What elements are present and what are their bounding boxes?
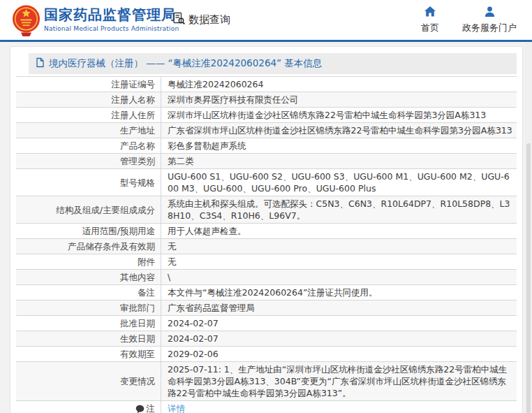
row-value: UGU-600 S1、UGU-600 S2、UGU-600 S3、UGU-600… <box>161 169 517 196</box>
breadcrumb-text: 境内医疗器械（注册） —— “粤械注准20242060264” 基本信息 <box>49 57 322 70</box>
row-label: 型号规格 <box>16 169 161 196</box>
info-table: 注册证编号粤械注准20242060264注册人名称深圳市奥昇医疗科技有限责任公司… <box>16 76 517 413</box>
row-label: 其他内容 <box>16 270 161 284</box>
row-value: 2029-02-06 <box>161 347 517 361</box>
national-emblem-logo[interactable] <box>12 4 40 40</box>
agency-title-block[interactable]: 国家药品监督管理局 National Medical Products Admi… <box>44 6 179 32</box>
row-label-text: 注 <box>147 403 156 413</box>
table-row: 注册证编号粤械注准20242060264 <box>16 76 517 92</box>
row-value: 粤械注准20242060264 <box>161 77 517 92</box>
row-value: 2024-02-07 <box>161 316 517 331</box>
row-label-text: 产品名称 <box>120 140 155 152</box>
row-label-text: 其他内容 <box>120 271 155 283</box>
row-label: 产品储存条件及有效期 <box>16 239 161 254</box>
row-label-text: 注册人名称 <box>112 94 156 106</box>
data-query-button[interactable]: 数据查询 <box>172 12 230 28</box>
row-value: \ <box>161 270 517 284</box>
site-header: 国家药品监督管理局 National Medical Products Admi… <box>0 0 532 40</box>
row-label: 适用范围/预期用途 <box>16 224 161 238</box>
row-value: 广东省深圳市坪山区坑梓街道金沙社区锦绣东路22号雷柏中城生命科学园第3分园A栋3… <box>161 123 517 138</box>
table-row: 产品名称彩色多普勒超声系统 <box>16 138 517 153</box>
row-label-text: 审批部门 <box>120 302 155 314</box>
row-label-text: 变更情况 <box>120 375 155 387</box>
table-row: 有效期至2029-02-06 <box>16 346 517 361</box>
row-label: 注 <box>16 401 161 413</box>
row-label-text: 产品储存条件及有效期 <box>68 240 155 252</box>
scrollbar-thumb[interactable] <box>526 143 531 413</box>
details-link[interactable]: 详情 <box>168 403 185 413</box>
row-label-text: 型号规格 <box>120 177 155 189</box>
row-value: 广东省药品监督管理局 <box>161 300 517 315</box>
row-label-text: 结构及组成/主要组成成分 <box>56 204 155 216</box>
table-row: 备注本文件与“粤械注准20242060264”注册证共同使用。 <box>16 284 517 300</box>
table-row: 产品储存条件及有效期无 <box>16 238 517 254</box>
table-row: 审批部门广东省药品监督管理局 <box>16 300 517 315</box>
row-label-text: 生产地址 <box>120 124 155 136</box>
row-label-text: 生效日期 <box>120 333 155 345</box>
row-label: 变更情况 <box>16 362 161 400</box>
row-label: 生产地址 <box>16 123 161 138</box>
table-row: 适用范围/预期用途用于人体超声检查。 <box>16 223 517 238</box>
table-row: 结构及组成/主要组成成分系统由主机和探头组成。可选配探头：C5N3、C6N3、R… <box>16 196 517 223</box>
row-label-text: 备注 <box>138 287 155 298</box>
row-value: 2025-07-11: 1、生产地址由“深圳市坪山区坑梓街道金沙社区锦绣东路22… <box>161 362 517 400</box>
row-value: 2024-02-07 <box>161 331 517 346</box>
table-row: 生产地址广东省深圳市坪山区坑梓街道金沙社区锦绣东路22号雷柏中城生命科学园第3分… <box>16 122 517 138</box>
table-row: 批准日期2024-02-07 <box>16 315 517 331</box>
row-label: 有效期至 <box>16 347 161 361</box>
header-divider <box>0 40 532 42</box>
table-row: 变更情况2025-07-11: 1、生产地址由“深圳市坪山区坑梓街道金沙社区锦绣… <box>16 361 517 400</box>
row-label: 备注 <box>16 285 161 300</box>
row-label-text: 注册证编号 <box>112 78 156 90</box>
scrollbar-track[interactable] <box>525 42 532 413</box>
table-row: 其他内容\ <box>16 269 517 284</box>
row-label: 注册人名称 <box>16 92 161 107</box>
row-label: 批准日期 <box>16 316 161 331</box>
table-row: 生效日期2024-02-07 <box>16 331 517 346</box>
row-label-text: 附件 <box>138 256 155 268</box>
row-value: 深圳市奥昇医疗科技有限责任公司 <box>161 92 517 107</box>
document-icon <box>36 57 45 70</box>
table-row: 注册人住所深圳市坪山区坑梓街道金沙社区锦绣东路22号雷柏中城生命科学园第3分园A… <box>16 107 517 122</box>
row-label-text: 有效期至 <box>120 348 155 360</box>
row-label: 注册证编号 <box>16 77 161 92</box>
table-row: 管理类别第二类 <box>16 153 517 168</box>
row-value: 彩色多普勒超声系统 <box>161 138 517 153</box>
row-value: 无 <box>161 239 517 254</box>
row-label: 注册人住所 <box>16 108 161 122</box>
row-value: 用于人体超声检查。 <box>161 224 517 238</box>
row-value: 详情 <box>161 401 517 413</box>
row-label: 产品名称 <box>16 138 161 153</box>
agency-name-en: National Medical Products Administration <box>44 25 179 32</box>
nav-item-label: 首页 <box>421 22 439 34</box>
home-icon <box>424 6 436 19</box>
content-panel: 境内医疗器械（注册） —— “粤械注准20242060264” 基本信息 注册证… <box>10 46 523 413</box>
row-value: 本文件与“粤械注准20242060264”注册证共同使用。 <box>161 285 517 300</box>
row-label: 结构及组成/主要组成成分 <box>16 196 161 223</box>
table-row: 注册人名称深圳市奥昇医疗科技有限责任公司 <box>16 92 517 107</box>
nav-item-label: 政务服务门户 <box>462 22 517 34</box>
table-row: 注详情 <box>16 400 517 413</box>
table-row: 型号规格UGU-600 S1、UGU-600 S2、UGU-600 S3、UGU… <box>16 168 517 196</box>
row-label: 审批部门 <box>16 300 161 315</box>
breadcrumb: 境内医疗器械（注册） —— “粤械注准20242060264” 基本信息 <box>29 53 517 74</box>
row-label: 生效日期 <box>16 331 161 346</box>
row-label-text: 管理类别 <box>120 155 155 167</box>
table-row: 附件无 <box>16 254 517 269</box>
data-query-label: 数据查询 <box>189 13 230 27</box>
document-search-icon <box>172 12 186 28</box>
agency-name-zh: 国家药品监督管理局 <box>44 6 179 23</box>
user-icon <box>485 6 495 19</box>
row-value: 深圳市坪山区坑梓街道金沙社区锦绣东路22号雷柏中城生命科学园第3分园A栋313 <box>161 108 517 122</box>
row-value: 系统由主机和探头组成。可选配探头：C5N3、C6N3、R10L64DP7、R10… <box>161 196 517 223</box>
nav-item-portal[interactable]: 政务服务门户 <box>462 6 517 34</box>
row-label: 管理类别 <box>16 154 161 168</box>
row-value: 无 <box>161 254 517 269</box>
top-nav: 首页 政务服务门户 <box>416 6 517 34</box>
row-label-text: 注册人住所 <box>112 109 156 121</box>
row-label-text: 批准日期 <box>120 317 155 329</box>
nav-item-home[interactable]: 首页 <box>416 6 444 34</box>
row-value: 第二类 <box>161 154 517 168</box>
comment-icon <box>135 405 145 413</box>
row-label-text: 适用范围/预期用途 <box>82 225 155 237</box>
